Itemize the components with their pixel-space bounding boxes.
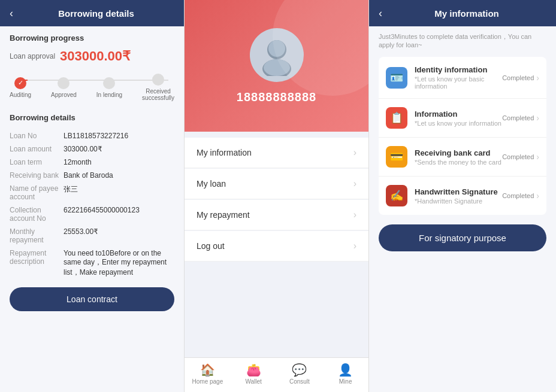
right-panel-title: My information bbox=[387, 8, 546, 19]
nav-label-wallet: Wallet bbox=[245, 378, 261, 385]
loan-approval-amount: 303000.00₹ bbox=[60, 48, 131, 64]
chevron-icon-my-information: › bbox=[353, 147, 356, 158]
details-title: Borrowing details bbox=[10, 113, 174, 122]
information-desc: *Let us know your information bbox=[415, 120, 502, 127]
information-name: Information bbox=[415, 110, 502, 118]
detail-key-loan-amount: Loan amount bbox=[10, 145, 64, 153]
detail-value-loan-no: LB11818573227216 bbox=[64, 132, 174, 140]
detail-row-loan-no: Loan No LB11818573227216 bbox=[10, 132, 174, 140]
middle-panel: 18888888888 My information › My loan › M… bbox=[185, 0, 369, 392]
signature-icon-box: ✍️ bbox=[386, 185, 407, 206]
home-icon: 🏠 bbox=[200, 363, 215, 377]
signature-text: Handwritten Signature *Handwritten Signa… bbox=[415, 187, 502, 205]
nav-label-home: Home page bbox=[192, 378, 223, 385]
detail-row-monthly-repayment: Monthly repayment 25553.00₹ bbox=[10, 227, 174, 244]
chevron-icon-log-out: › bbox=[353, 241, 356, 251]
detail-row-loan-term: Loan term 12month bbox=[10, 158, 174, 166]
bank-card-text: Receiving bank card *Sends the money to … bbox=[415, 148, 502, 166]
avatar-icon bbox=[256, 34, 298, 76]
detail-row-receiving-bank: Receiving bank Bank of Baroda bbox=[10, 171, 174, 180]
left-content: Borrowing progress Loan approval 303000.… bbox=[0, 26, 184, 392]
signature-name: Handwritten Signature bbox=[415, 187, 502, 196]
progress-step-received: Received successfully bbox=[142, 74, 174, 101]
detail-row-account-no: Collection account No 622216645500000012… bbox=[10, 206, 174, 223]
back-arrow-icon[interactable]: ‹ bbox=[10, 7, 13, 20]
progress-step-auditing: Auditing bbox=[10, 77, 31, 98]
nav-item-consult[interactable]: 💬 Consult bbox=[277, 363, 323, 385]
information-status: Completed bbox=[502, 114, 534, 121]
info-item-information[interactable]: 📋 Information *Let us know your informat… bbox=[379, 99, 546, 138]
progress-step-lending: In lending bbox=[96, 77, 122, 98]
progress-title: Borrowing progress bbox=[10, 34, 174, 42]
right-content: 🪪 Identity information *Let us know your… bbox=[369, 52, 556, 392]
wallet-icon: 👛 bbox=[246, 363, 261, 377]
nav-item-home[interactable]: 🏠 Home page bbox=[185, 363, 231, 385]
bank-card-desc: *Sends the money to the card bbox=[415, 159, 502, 166]
detail-key-monthly-repayment: Monthly repayment bbox=[10, 227, 64, 244]
right-header: ‹ My information bbox=[369, 0, 556, 26]
detail-value-receiving-bank: Bank of Baroda bbox=[64, 171, 174, 180]
progress-label-auditing: Auditing bbox=[10, 92, 31, 98]
progress-dot-received bbox=[152, 74, 164, 86]
loan-contract-button[interactable]: Loan contract bbox=[10, 287, 174, 311]
svg-point-3 bbox=[264, 59, 290, 76]
information-chevron-icon: › bbox=[536, 113, 539, 123]
info-item-identity[interactable]: 🪪 Identity information *Let us know your… bbox=[379, 57, 546, 99]
menu-item-label-log-out: Log out bbox=[197, 241, 353, 251]
mine-icon: 👤 bbox=[338, 363, 353, 377]
progress-dot-auditing bbox=[14, 77, 26, 89]
nav-item-wallet[interactable]: 👛 Wallet bbox=[231, 363, 277, 385]
detail-key-repayment-desc: Repayment description bbox=[10, 249, 64, 278]
right-panel: ‹ My information Just3Minutes to complet… bbox=[369, 0, 556, 392]
menu-item-label-my-repayment: My repayment bbox=[197, 210, 353, 220]
detail-key-account-no: Collection account No bbox=[10, 206, 64, 223]
bank-card-chevron-icon: › bbox=[536, 152, 539, 162]
identity-icon: 🪪 bbox=[390, 71, 403, 84]
bank-card-name: Receiving bank card bbox=[415, 148, 502, 157]
detail-value-loan-term: 12month bbox=[64, 158, 174, 166]
signature-chevron-icon: › bbox=[536, 191, 539, 200]
bank-card-icon: 💳 bbox=[390, 150, 403, 163]
menu-item-my-loan[interactable]: My loan › bbox=[185, 169, 368, 199]
nav-item-mine[interactable]: 👤 Mine bbox=[322, 363, 368, 385]
detail-value-loan-amount: 303000.00₹ bbox=[64, 145, 174, 153]
info-item-signature[interactable]: ✍️ Handwritten Signature *Handwritten Si… bbox=[379, 177, 546, 215]
information-text: Information *Let us know your informatio… bbox=[415, 110, 502, 127]
menu-item-my-information[interactable]: My information › bbox=[185, 138, 368, 168]
left-header: ‹ Borrowing details bbox=[0, 0, 184, 26]
progress-label-approved: Approved bbox=[51, 92, 77, 98]
detail-value-repayment-desc: You need to10Before or on the same day，E… bbox=[64, 249, 174, 278]
detail-key-payee-name: Name of payee account bbox=[10, 184, 64, 201]
signature-status: Completed bbox=[502, 192, 534, 199]
detail-list: Loan No LB11818573227216 Loan amount 303… bbox=[10, 132, 174, 278]
menu-item-log-out[interactable]: Log out › bbox=[185, 231, 368, 262]
signature-icon: ✍️ bbox=[390, 189, 403, 202]
identity-status: Completed bbox=[502, 74, 534, 81]
right-subtitle: Just3Minutes to complete data verificati… bbox=[369, 26, 556, 52]
identity-name: Identity information bbox=[415, 65, 502, 74]
detail-row-loan-amount: Loan amount 303000.00₹ bbox=[10, 145, 174, 153]
signatory-button[interactable]: For signatory purpose bbox=[379, 224, 546, 251]
profile-header: 18888888888 bbox=[185, 0, 368, 132]
menu-item-label-my-information: My information bbox=[197, 148, 353, 157]
menu-list: My information › My loan › My repayment … bbox=[185, 132, 368, 357]
bank-card-icon-box: 💳 bbox=[386, 146, 407, 168]
identity-chevron-icon: › bbox=[536, 73, 539, 83]
chevron-icon-my-repayment: › bbox=[353, 209, 356, 220]
signature-desc: *Handwritten Signature bbox=[415, 197, 502, 205]
info-card: 🪪 Identity information *Let us know your… bbox=[379, 57, 546, 215]
info-item-bank-card[interactable]: 💳 Receiving bank card *Sends the money t… bbox=[379, 138, 546, 177]
chevron-icon-my-loan: › bbox=[353, 178, 356, 189]
loan-approval-row: Loan approval 303000.00₹ bbox=[10, 48, 174, 64]
progress-track: Auditing Approved In lending Received su… bbox=[10, 74, 174, 101]
avatar bbox=[250, 28, 304, 82]
progress-dot-approved bbox=[58, 77, 70, 89]
menu-item-my-repayment[interactable]: My repayment › bbox=[185, 200, 368, 230]
information-icon-box: 📋 bbox=[386, 107, 407, 129]
right-back-arrow-icon[interactable]: ‹ bbox=[379, 7, 382, 20]
left-panel: ‹ Borrowing details Borrowing progress L… bbox=[0, 0, 185, 392]
detail-row-repayment-desc: Repayment description You need to10Befor… bbox=[10, 249, 174, 278]
detail-row-payee-name: Name of payee account 张三 bbox=[10, 184, 174, 201]
identity-text: Identity information *Let us know your b… bbox=[415, 65, 502, 90]
identity-desc: *Let us know your basic information bbox=[415, 75, 502, 90]
